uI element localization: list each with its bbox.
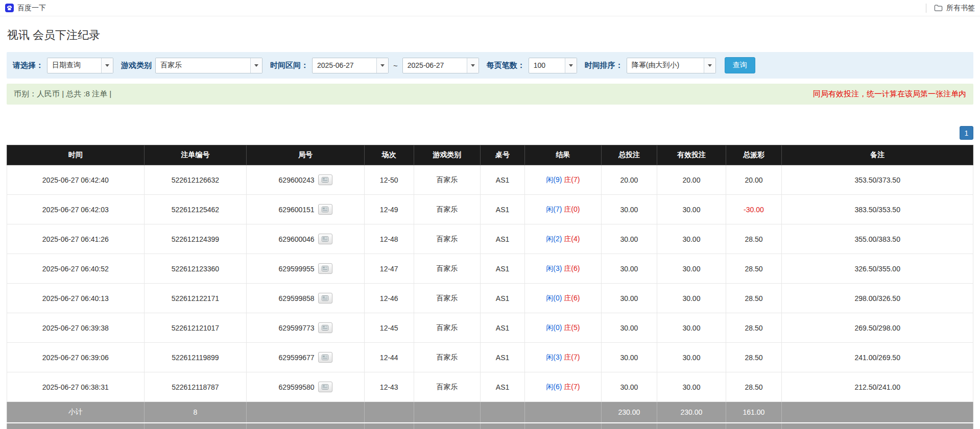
cell-total-bet[interactable]: 20.00	[601, 165, 657, 195]
cell-bet-id: 522612124399	[144, 224, 247, 254]
chevron-down-icon[interactable]	[376, 58, 388, 73]
cell-round-id: 629599773	[247, 313, 365, 343]
cell-table-no: AS1	[481, 343, 525, 372]
subtotal-row: 小计 8 230.00 230.00 161.00	[7, 402, 973, 423]
cell-session: 12-46	[365, 284, 414, 313]
chevron-down-icon[interactable]	[101, 58, 113, 73]
cell-bet-id: 522612122171	[144, 284, 247, 313]
page-size-select[interactable]: 100	[529, 58, 577, 73]
cell-total-bet[interactable]: 30.00	[601, 284, 657, 313]
cell-result: 闲(9) 庄(7)	[525, 165, 601, 195]
cell-valid-bet: 30.00	[657, 224, 726, 254]
cell-payout: 28.50	[726, 224, 782, 254]
summary-notice-text: 同局有效投注，统一计算在该局第一张注单内	[813, 89, 966, 99]
chevron-down-icon[interactable]	[250, 58, 262, 73]
filter-bar: 请选择： 日期查询 游戏类别 百家乐 时间区间： 2025-06-27 ~ 20…	[7, 52, 973, 79]
cell-valid-bet: 30.00	[657, 284, 726, 313]
cell-time: 2025-06-27 06:41:26	[7, 224, 145, 254]
cell-session: 12-50	[365, 165, 414, 195]
cell-table-no: AS1	[481, 284, 525, 313]
query-type-select[interactable]: 日期查询	[47, 58, 113, 73]
chevron-down-icon[interactable]	[704, 58, 715, 73]
cell-game-type: 百家乐	[414, 372, 481, 402]
cell-total-bet[interactable]: 30.00	[601, 224, 657, 254]
cell-result: 闲(3) 庄(6)	[525, 254, 601, 284]
header-bet-id: 注单编号	[144, 145, 247, 165]
cell-result: 闲(3) 庄(7)	[525, 343, 601, 372]
cell-note: 212.50/241.00	[782, 372, 973, 402]
header-game-type: 游戏类别	[414, 145, 481, 165]
video-replay-icon[interactable]	[318, 322, 332, 333]
date-from-select[interactable]: 2025-06-27	[312, 58, 389, 73]
cell-total-bet[interactable]: 30.00	[601, 313, 657, 343]
all-bookmarks-button[interactable]: 所有书签	[926, 4, 975, 13]
cell-time: 2025-06-27 06:42:03	[7, 195, 145, 224]
table-row: 2025-06-27 06:41:26 522612124399 6296000…	[7, 224, 973, 254]
page-1-button[interactable]: 1	[960, 126, 973, 140]
page-size-value: 100	[529, 58, 565, 73]
subtotal-total-bet: 230.00	[601, 402, 657, 423]
result-player: 闲(0)	[546, 294, 562, 302]
chevron-down-icon[interactable]	[467, 58, 479, 73]
cell-note: 241.00/269.50	[782, 343, 973, 372]
cell-bet-id: 522612118787	[144, 372, 247, 402]
cell-bet-id: 522612123360	[144, 254, 247, 284]
header-session: 场次	[365, 145, 414, 165]
cell-round-id: 629600046	[247, 224, 365, 254]
video-replay-icon[interactable]	[318, 382, 332, 392]
bookmarks-divider	[926, 4, 926, 13]
total-count: 8	[144, 423, 247, 429]
cell-bet-id: 522612125462	[144, 195, 247, 224]
pagination: 1	[7, 126, 973, 140]
header-result: 结果	[525, 145, 601, 165]
cell-valid-bet: 30.00	[657, 254, 726, 284]
table-header: 时间 注单编号 局号 场次 游戏类别 桌号 结果 总投注 有效投注 总派彩 备注	[7, 145, 973, 165]
table-row: 2025-06-27 06:42:03 522612125462 6296001…	[7, 195, 973, 224]
cell-note: 355.00/383.50	[782, 224, 973, 254]
cell-total-bet[interactable]: 30.00	[601, 343, 657, 372]
table-footer: 小计 8 230.00 230.00 161.00 总计 8 230.00 23…	[7, 402, 973, 429]
round-id-text: 629600243	[279, 176, 315, 184]
cell-note: 269.50/298.00	[782, 313, 973, 343]
cell-table-no: AS1	[481, 224, 525, 254]
round-id-text: 629600151	[279, 206, 315, 214]
cell-total-bet[interactable]: 30.00	[601, 372, 657, 402]
search-button[interactable]: 查询	[725, 57, 755, 73]
video-replay-icon[interactable]	[318, 263, 332, 274]
video-replay-icon[interactable]	[318, 234, 332, 244]
cell-time: 2025-06-27 06:42:40	[7, 165, 145, 195]
result-banker: 庄(7)	[564, 353, 580, 361]
video-replay-icon[interactable]	[318, 174, 332, 185]
game-type-select[interactable]: 百家乐	[155, 58, 262, 73]
sort-label: 时间排序：	[585, 61, 623, 70]
cell-time: 2025-06-27 06:40:13	[7, 284, 145, 313]
cell-total-bet[interactable]: 30.00	[601, 254, 657, 284]
result-player: 闲(7)	[546, 205, 562, 213]
game-type-value: 百家乐	[156, 58, 250, 73]
cell-table-no: AS1	[481, 195, 525, 224]
subtotal-label: 小计	[7, 402, 145, 423]
cell-game-type: 百家乐	[414, 224, 481, 254]
baidu-paw-icon	[5, 4, 14, 12]
cell-time: 2025-06-27 06:38:31	[7, 372, 145, 402]
cell-result: 闲(6) 庄(7)	[525, 372, 601, 402]
result-banker: 庄(5)	[564, 323, 580, 332]
date-to-select[interactable]: 2025-06-27	[402, 58, 479, 73]
chevron-down-icon[interactable]	[565, 58, 577, 73]
total-row: 总计 8 230.00 230.00 161.00	[7, 423, 973, 429]
video-replay-icon[interactable]	[318, 293, 332, 304]
table-row: 2025-06-27 06:38:31 522612118787 6295995…	[7, 372, 973, 402]
cell-round-id: 629599858	[247, 284, 365, 313]
cell-bet-id: 522612126632	[144, 165, 247, 195]
cell-total-bet[interactable]: 30.00	[601, 195, 657, 224]
video-replay-icon[interactable]	[318, 352, 332, 363]
cell-note: 326.50/355.00	[782, 254, 973, 284]
bookmark-baidu[interactable]: 百度一下	[5, 4, 46, 13]
table-body: 2025-06-27 06:42:40 522612126632 6296002…	[7, 165, 973, 402]
video-replay-icon[interactable]	[318, 204, 332, 215]
date-range-label: 时间区间：	[270, 61, 308, 70]
cell-game-type: 百家乐	[414, 284, 481, 313]
sort-select[interactable]: 降幂(由大到小)	[627, 58, 716, 73]
table-row: 2025-06-27 06:39:38 522612121017 6295997…	[7, 313, 973, 343]
bookmarks-bar: 百度一下 所有书签	[0, 0, 980, 16]
